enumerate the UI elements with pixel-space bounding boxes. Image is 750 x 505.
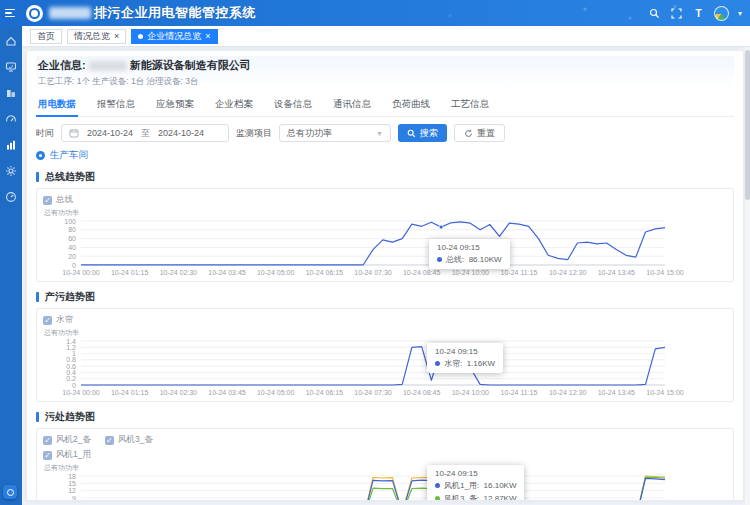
content-card: 企业信息: 新能源设备制造有限公司 工艺工序: 1个 生产设备: 1台 治理设备… [26,50,744,501]
legend-checkbox-风机3_备[interactable]: ✓风机3_备 [105,434,153,446]
y-tick-label: 60 [68,235,76,242]
x-tick-label: 10-24 12:30 [549,269,586,276]
date-from-value[interactable]: 2024-10-24 [87,128,133,138]
search-icon[interactable] [648,7,661,20]
legend-label: 风机1_用 [56,449,91,461]
bar-chart-icon [5,139,17,151]
monitor-select[interactable]: 总有功功率 ▼ [279,124,391,142]
x-tick-label: 10-24 15:00 [646,269,683,276]
checkbox-checked-icon: ✓ [43,316,52,325]
legend-checkbox-水帘[interactable]: ✓水帘 [43,314,73,326]
y-tick-label: 12 [68,487,76,494]
section-title: 产污趋势图 [36,290,734,304]
y-tick-label: 20 [68,253,76,260]
company-meta: 工艺工序: 1个 生产设备: 1台 治理设备: 3台 [38,76,732,88]
sidebar-item-gear-icon[interactable] [3,163,19,178]
company-info-label: 企业信息: [38,58,86,73]
search-button-label: 搜索 [420,127,438,140]
y-tick-label: 0.6 [66,363,76,370]
date-to-value[interactable]: 2024-10-24 [158,128,204,138]
chart-box: ✓风机2_备✓风机3_备✓风机1_用总有功功率036912151810-24 0… [36,428,734,501]
search-button[interactable]: 搜索 [398,124,447,142]
y-tick-label: 80 [68,226,76,233]
tab-工艺信息[interactable]: 工艺信息 [449,95,491,116]
sidebar-item-home-icon[interactable] [3,33,19,48]
section-title: 污处趋势图 [36,410,734,424]
legend-checkbox-总线[interactable]: ✓总线 [43,194,73,206]
redacted-company-prefix [89,61,127,71]
chevron-down-icon[interactable]: ▾ [738,9,742,18]
font-size-icon[interactable]: T [692,7,705,20]
legend-label: 总线 [56,194,73,206]
chart-box: ✓水帘总有功功率00.20.40.60.811.21.410-24 00:001… [36,308,734,402]
sidebar-item-gauge-icon[interactable] [3,111,19,126]
close-icon[interactable]: × [205,32,210,41]
section-title-text: 产污趋势图 [45,290,95,304]
main-content: 企业信息: 新能源设备制造有限公司 工艺工序: 1个 生产设备: 1台 治理设备… [22,47,750,505]
line-chart[interactable]: 总有功功率036912151810-24 00:0010-24 01:1510-… [43,461,725,501]
app-logo [26,5,43,22]
tag-label: 首页 [37,30,55,43]
tab-应急预案[interactable]: 应急预案 [154,95,196,116]
app-header: 排污企业用电智能管控系统 T ▾ [0,0,750,26]
reset-button-label: 重置 [477,127,495,140]
range-separator: 至 [141,127,150,140]
x-tick-label: 10-24 08:45 [403,269,440,276]
close-icon[interactable]: × [114,32,119,41]
floating-widget-button[interactable] [3,485,17,499]
gauge-icon [5,113,17,125]
y-tick-label: 0 [72,382,76,389]
chevron-down-icon: ▼ [376,130,383,137]
line-chart[interactable]: 总有功功率00.20.40.60.811.21.410-24 00:0010-2… [43,326,725,400]
tag-view-tab[interactable]: 首页 [30,29,62,44]
tag-label: 企业情况总览 [147,30,201,43]
y-tick-label: 9 [72,495,76,502]
checkbox-checked-icon: ✓ [43,196,52,205]
charts-container: 总线趋势图✓总线总有功功率02040608010010-24 00:0010-2… [36,170,734,501]
sidebar-item-monitor-icon[interactable] [3,59,19,74]
tab-负荷曲线[interactable]: 负荷曲线 [390,95,432,116]
gear-icon [5,165,17,177]
time-label: 时间 [36,127,54,140]
app-title: 排污企业用电智能管控系统 [94,4,256,22]
sidebar-item-dashboard-icon[interactable] [3,189,19,204]
x-tick-label: 10-24 13:45 [598,389,635,396]
y-tick-label: 1 [72,350,76,357]
sidebar-item-enterprise-icon[interactable] [3,85,19,100]
radio-selected-icon [36,151,45,160]
scrollbar-thumb[interactable] [745,50,750,200]
x-tick-label: 10-24 00:00 [62,389,99,396]
y-tick-label: 1.4 [66,338,76,345]
section-title-text: 总线趋势图 [45,170,95,184]
scrollbar-track [745,47,750,505]
tab-用电数据[interactable]: 用电数据 [36,95,78,117]
tab-企业档案[interactable]: 企业档案 [213,95,255,116]
hover-point [439,479,443,483]
tag-view-tab[interactable]: 企业情况总览× [131,29,217,44]
legend-checkbox-风机1_用[interactable]: ✓风机1_用 [43,449,91,461]
checkbox-checked-icon: ✓ [43,436,52,445]
legend-checkbox-风机2_备[interactable]: ✓风机2_备 [43,434,91,446]
tab-设备信息[interactable]: 设备信息 [272,95,314,116]
workshop-radio[interactable]: 生产车间 [36,149,734,162]
tab-报警信息[interactable]: 报警信息 [95,95,137,116]
chart-legend: ✓总线 [43,194,727,206]
sidebar-collapse-icon[interactable] [5,6,19,20]
tag-view-tab[interactable]: 情况总览× [67,29,126,44]
date-range-picker[interactable]: 2024-10-24 至 2024-10-24 [61,124,229,142]
x-tick-label: 10-24 12:30 [549,389,586,396]
x-tick-label: 10-24 15:00 [646,389,683,396]
title-accent-bar [36,172,39,182]
x-tick-label: 10-24 03:45 [208,269,245,276]
refresh-icon [464,129,473,138]
line-chart[interactable]: 总有功功率02040608010010-24 00:0010-24 01:151… [43,206,725,280]
fullscreen-icon[interactable] [670,7,683,20]
x-tick-label: 10-24 01:15 [111,269,148,276]
x-tick-label: 10-24 11:15 [501,269,538,276]
reset-button[interactable]: 重置 [454,124,505,142]
sidebar-item-bar-chart-icon[interactable] [3,137,19,152]
user-avatar[interactable] [714,6,729,21]
section-title: 总线趋势图 [36,170,734,184]
tab-通讯信息[interactable]: 通讯信息 [331,95,373,116]
x-tick-label: 10-24 03:45 [208,389,245,396]
